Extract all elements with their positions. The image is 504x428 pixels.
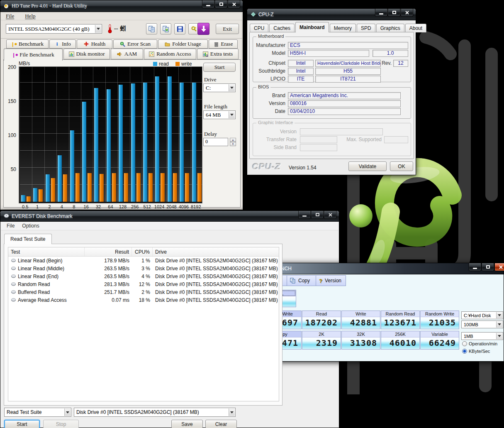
menu-file[interactable]: File [6,13,14,20]
result-256k[interactable]: 256K 46010 [381,331,420,350]
radio-kbyte-sec[interactable]: KByte/Sec [462,349,490,354]
spin-down-button[interactable]: ▼ [230,142,236,146]
stop-button[interactable]: Stop [43,420,79,428]
bar-read [155,76,159,202]
minimize-button[interactable] [298,211,311,219]
tab-error-scan[interactable]: Error Scan [113,39,157,49]
clear-button[interactable]: Clear [205,420,237,428]
tab-about[interactable]: About [405,24,426,32]
tab-cpu[interactable]: CPU [250,24,268,32]
copy-text-button[interactable] [146,23,157,34]
tab-extra-tests[interactable]: Extra tests [197,49,239,59]
tab-graphics[interactable]: Graphics [376,24,404,32]
copy-image-button[interactable] [160,23,171,34]
close-button[interactable] [324,211,336,219]
save-button[interactable]: Save [171,420,203,428]
result-read[interactable]: Read 187202 [302,311,341,329]
close-button[interactable] [494,263,504,271]
motherboard-group: Motherboard Manufacturer ECS Model H55H-… [253,37,411,82]
result-variable[interactable]: Variable 66249 [420,331,459,350]
block-size-select[interactable]: 1MB [461,332,503,340]
tab-health[interactable]: ✚ Health [77,39,112,49]
tab-aam[interactable]: AAM [111,49,143,59]
validate-button[interactable]: Validate [348,161,387,171]
minimize-button[interactable] [469,263,481,271]
close-button[interactable] [228,0,240,8]
maximize-button[interactable] [388,9,400,17]
result-random-read[interactable]: Random Read 123671 [381,311,420,329]
ok-button[interactable]: OK [390,161,413,171]
file-size-select[interactable]: 100MB [461,320,503,328]
tab-caches[interactable]: Caches [269,24,295,32]
menu-file[interactable]: File [7,223,15,229]
save-button[interactable] [174,23,185,34]
copy-button[interactable]: Copy [287,275,316,286]
table-row[interactable]: Linear Read (End) 263.5 MB/s 4 % Disk Dr… [8,272,279,280]
tools-icon [191,26,197,32]
spin-up-button[interactable]: ▲ [230,138,236,142]
target-drive-select[interactable]: C:¥Hard Disk [461,311,503,319]
delay-input[interactable]: 0 [203,138,228,146]
start-button[interactable]: Start [203,63,236,72]
fdbench-window: FDBENCH Print Copy ? Version ALL [256,263,504,362]
tab-random-access[interactable]: Random Access [144,49,196,59]
table-row[interactable]: Linear Read (Begin) 178.9 MB/s 1 % Disk … [8,257,279,264]
chart-unit-label: MB/s [19,61,30,66]
table-row[interactable]: Buffered Read 251.7 MB/s 2 % Disk Drive … [8,288,279,296]
result-write[interactable]: Write 42881 [341,311,380,329]
minimize-button[interactable] [202,0,214,8]
maximize-button[interactable] [311,211,324,219]
x-tick-label: 32 [92,204,104,209]
tab-spd[interactable]: SPD [357,24,375,32]
tab-read-test-suite[interactable]: Read Test Suite [4,234,52,244]
southbridge-vendor-field: Intel [288,68,314,75]
table-row[interactable]: Random Read 281.3 MB/s 12 % Disk Drive #… [8,280,279,288]
tab-info[interactable]: i Info [49,39,76,49]
tab-memory[interactable]: Memory [330,24,356,32]
bios-group: BIOS Brand American Megatrends Inc. Vers… [253,87,411,119]
bar-write [39,189,43,202]
minimize-button[interactable] [375,9,387,17]
menu-options[interactable]: Options [22,223,39,229]
result-2k[interactable]: 2K 2319 [302,331,341,350]
tab-file-benchmark[interactable]: ❙● File Benchmark [4,49,63,61]
table-row[interactable]: Average Read Access 0.07 ms 18 % Disk Dr… [8,296,279,304]
temperature-readout: -- 蚓 [108,24,126,33]
tab-erase[interactable]: Erase [209,39,238,49]
everest-titlebar[interactable]: EVEREST Disk Benchmark [0,211,339,222]
menu-help[interactable]: Help [25,13,35,20]
info-icon: i [54,42,60,47]
drive-select[interactable]: C: [203,83,236,92]
tab-disk-monitor[interactable]: Disk monitor [63,49,110,59]
version-button[interactable]: ? Version [316,275,346,286]
lcd-value: 21035 [421,317,459,329]
maximize-button[interactable] [482,263,494,271]
radio-operation-min[interactable]: Operation/min [462,341,497,346]
chipset-vendor-field: Intel [288,60,314,67]
exit-button[interactable]: Exit [216,24,239,34]
fdbench-titlebar[interactable]: FDBENCH [256,263,504,274]
tab-folder-usage[interactable]: Folder Usage [158,39,208,49]
download-button[interactable] [197,23,209,35]
suite-select[interactable]: Read Test Suite [4,408,71,417]
tab-benchmark[interactable]: ❙● Benchmark [6,39,49,49]
maximize-button[interactable] [215,0,227,8]
hdtune-titlebar[interactable]: HD Tune Pro 4.01 - Hard Disk Utility [0,0,243,12]
file-length-select[interactable]: 64 MB [203,110,236,119]
tab-mainboard[interactable]: Mainboard [295,22,329,32]
disk-icon [11,289,16,295]
cpuz-titlebar[interactable]: CPU-Z [247,9,416,20]
bar-read [119,85,123,202]
copy-image-icon [163,26,169,32]
bar-read [46,174,50,202]
close-button[interactable] [401,9,413,17]
device-select[interactable]: INTEL SSDSA2M040G2GC (40 gB) [6,24,102,34]
hdtune-toolbar: INTEL SSDSA2M040G2GC (40 gB) -- 蚓 [1,20,242,39]
start-button[interactable]: Start [4,420,40,428]
benchmark-drive-select[interactable]: Disk Drive #0 [INTEL SSDSA2M040G2GC] (38… [74,408,236,417]
chart-legend: read write [153,61,192,67]
result-random-write[interactable]: Random Write 21035 [420,311,459,329]
bar-read [58,155,62,202]
table-row[interactable]: Linear Read (Middle) 263.5 MB/s 3 % Disk… [8,264,279,272]
result-32k[interactable]: 32K 31308 [341,331,380,350]
